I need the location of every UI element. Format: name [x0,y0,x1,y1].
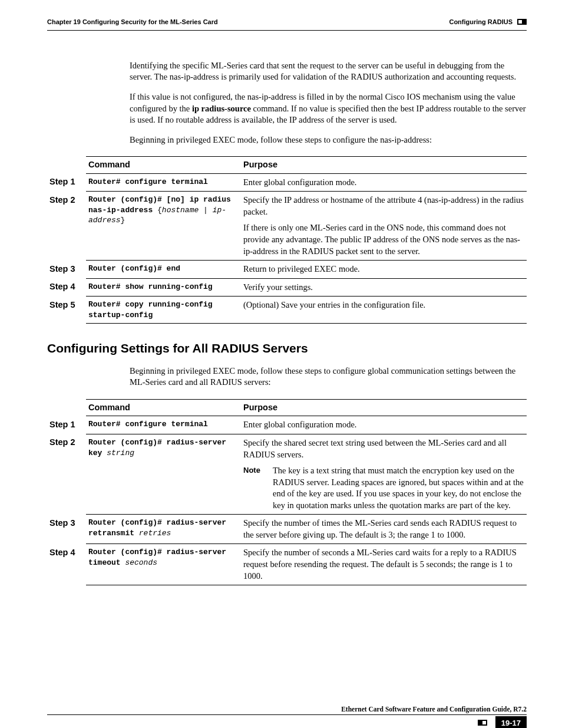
step-label: Step 2 [47,434,86,514]
intro-p1: Identifying the specific ML-Series card … [130,60,527,83]
step-label: Step 5 [47,297,86,324]
step-label: Step 4 [47,544,86,585]
section-label: Configuring RADIUS [449,18,513,27]
note-block: Note The key is a text string that must … [243,465,524,511]
command-cell: Router# copy running-config startup-conf… [86,297,241,324]
chapter-label: Chapter 19 Configuring Security for the … [47,18,218,27]
purpose-cell: Return to privileged EXEC mode. [241,261,527,279]
command-cell: Router (config)# radius-server key strin… [86,434,241,514]
command-cell: Router# configure terminal [86,173,241,192]
command-cell: Router# show running-config [86,278,241,297]
purpose-cell: Specify the IP address or hostname of th… [241,192,527,261]
step-label: Step 2 [47,192,86,261]
col-purpose: Purpose [241,399,527,416]
command-cell: Router (config)# end [86,261,241,279]
purpose-cell: Specify the shared secret text string us… [241,434,527,514]
command-table-1: Command Purpose Step 1 Router# configure… [47,156,527,324]
purpose-cell: (Optional) Save your entries in the conf… [241,297,527,324]
command-cell: Router (config)# radius-server timeout s… [86,544,241,585]
footer-guide-title: Ethernet Card Software Feature and Confi… [341,706,527,713]
intro-p2: If this value is not configured, the nas… [130,91,527,126]
note-text: The key is a text string that must match… [273,465,524,511]
page-footer: Ethernet Card Software Feature and Confi… [47,703,527,728]
page-number: 19-17 [495,716,527,728]
section2-intro: Beginning in privileged EXEC mode, follo… [130,365,527,388]
purpose-cell: Specify the number of times the ML-Serie… [241,515,527,544]
command-cell: Router (config)# [no] ip radius nas-ip-a… [86,192,241,261]
purpose-cell: Enter global configuration mode. [241,416,527,434]
step-label: Step 4 [47,278,86,297]
header-decoration [517,19,527,25]
header-rule [47,30,527,31]
footer-decoration [478,720,487,726]
note-label: Note [243,465,273,511]
col-command: Command [86,157,241,174]
command-cell: Router (config)# radius-server retransmi… [86,515,241,544]
command-cell: Router# configure terminal [86,416,241,434]
step-label: Step 3 [47,261,86,279]
step-label: Step 3 [47,515,86,544]
col-command: Command [86,399,241,416]
step-label: Step 1 [47,173,86,192]
purpose-cell: Verify your settings. [241,278,527,297]
intro-block: Identifying the specific ML-Series card … [130,60,527,146]
col-purpose: Purpose [241,157,527,174]
section-heading: Configuring Settings for All RADIUS Serv… [47,340,527,357]
intro-p3: Beginning in privileged EXEC mode, follo… [130,134,527,146]
step-label: Step 1 [47,416,86,434]
command-table-2: Command Purpose Step 1 Router# configure… [47,399,527,585]
page-header: Chapter 19 Configuring Security for the … [47,18,527,27]
purpose-cell: Specify the number of seconds a ML-Serie… [241,544,527,585]
purpose-cell: Enter global configuration mode. [241,173,527,192]
header-right: Configuring RADIUS [449,18,527,27]
